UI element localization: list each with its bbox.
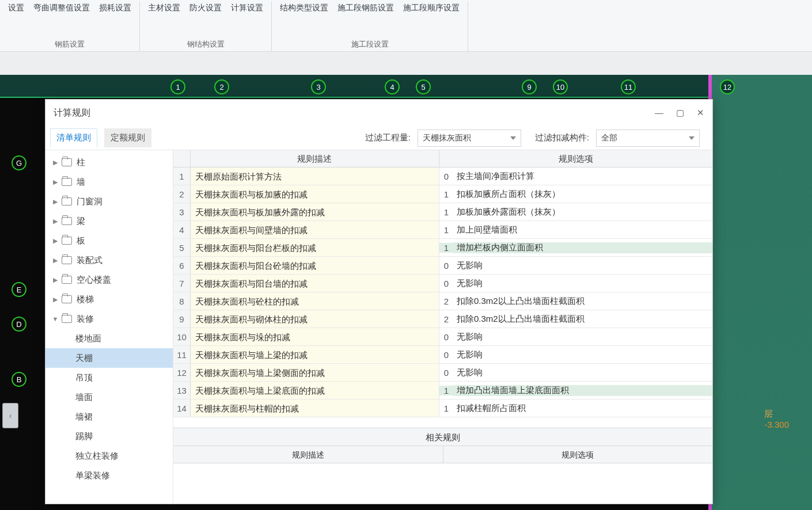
- tree-label: 楼梯: [77, 294, 94, 305]
- filter-quantity-select[interactable]: 天棚抹灰面积: [418, 130, 521, 147]
- rule-option-text: 扣减柱帽所占面积: [453, 403, 712, 414]
- rule-row[interactable]: 1天棚原始面积计算方法0按主墙间净面积计算: [173, 168, 712, 185]
- rule-description: 天棚抹灰面积与板加腋外露的扣减: [191, 203, 439, 220]
- folder-icon: [62, 315, 72, 323]
- filter-component-select[interactable]: 全部: [596, 130, 700, 147]
- grid-axis-letter: D: [12, 317, 26, 332]
- row-number: 7: [173, 275, 191, 292]
- row-number: 12: [173, 364, 191, 381]
- dialog-titlebar: 计算规则 ― ▢ ✕: [45, 100, 712, 126]
- rule-option-text: 扣除0.3m2以上凸出墙面柱截面积: [453, 314, 712, 325]
- minimize-button[interactable]: ―: [655, 108, 663, 118]
- tree-folder[interactable]: ▶空心楼盖: [45, 270, 173, 290]
- rule-row[interactable]: 6天棚抹灰面积与阳台砼墙的扣减0 无影响: [173, 257, 712, 275]
- tree-label: 梁: [77, 216, 85, 227]
- tree-leaf[interactable]: 独立柱装修: [45, 446, 173, 466]
- chevron-right-icon: ▶: [51, 159, 59, 166]
- tree-leaf[interactable]: 墙裙: [45, 407, 173, 427]
- tree-folder[interactable]: ▶楼梯: [45, 290, 173, 309]
- grid-axis-letter: G: [12, 155, 26, 170]
- rule-option-text: 无影响: [453, 349, 712, 360]
- folder-icon: [62, 237, 72, 245]
- row-number: 3: [173, 203, 191, 220]
- ribbon-button[interactable]: 损耗设置: [97, 1, 134, 15]
- tree-leaf[interactable]: 墙面: [45, 387, 173, 407]
- related-rules-body: [173, 463, 712, 504]
- rule-row[interactable]: 10天棚抹灰面积与垛的扣减0 无影响: [173, 328, 712, 346]
- ribbon-button[interactable]: 施工段钢筋设置: [335, 1, 396, 15]
- tree-folder[interactable]: ▶墙: [45, 172, 173, 192]
- folder-icon: [62, 178, 72, 186]
- rule-description: 天棚抹灰面积与砼柱的扣减: [191, 292, 439, 310]
- tree-label: 天棚: [75, 353, 93, 364]
- ribbon-group-caption: 钢筋设置: [55, 39, 85, 50]
- grid-axis-number: 4: [385, 79, 400, 94]
- row-number: 10: [173, 328, 191, 345]
- tree-leaf[interactable]: 楼地面: [45, 329, 173, 348]
- rule-row[interactable]: 13天棚抹灰面积与墙上梁底面的扣减1增加凸出墙面墙上梁底面面积: [173, 382, 712, 399]
- ribbon-button[interactable]: 防火设置: [187, 1, 224, 15]
- tree-folder[interactable]: ▶门窗洞: [45, 192, 173, 211]
- rule-description: 天棚抹灰面积与垛的扣减: [191, 328, 439, 345]
- rule-row[interactable]: 14天棚抹灰面积与柱帽的扣减1扣减柱帽所占面积: [173, 399, 712, 417]
- rules-grid-header: 规则描述 规则选项: [173, 150, 712, 168]
- dialog-title: 计算规则: [54, 107, 90, 119]
- rule-option-text: 无影响: [453, 278, 712, 289]
- rule-row[interactable]: 8天棚抹灰面积与砼柱的扣减2扣除0.3m2以上凸出墙面柱截面积: [173, 292, 712, 310]
- tree-folder[interactable]: ▶板: [45, 231, 173, 250]
- chevron-right-icon: ▶: [51, 198, 59, 205]
- rule-option-index: 0: [439, 261, 453, 271]
- grid-axis-number: 2: [214, 79, 229, 94]
- rule-row[interactable]: 12天棚抹灰面积与墙上梁侧面的扣减0 无影响: [173, 364, 712, 382]
- rule-row[interactable]: 5天棚抹灰面积与阳台栏板的扣减1增加栏板内侧立面面积: [173, 239, 712, 257]
- ribbon-button[interactable]: 设置: [6, 1, 26, 15]
- close-button[interactable]: ✕: [697, 108, 704, 118]
- rule-option-index: 0: [439, 332, 453, 342]
- tree-folder[interactable]: ▶梁: [45, 211, 173, 231]
- tab-quota-rules[interactable]: 定额规则: [104, 128, 151, 147]
- grid-axis-number: 9: [522, 79, 537, 94]
- rule-description: 天棚抹灰面积与墙上梁底面的扣减: [191, 382, 439, 399]
- rule-description: 天棚原始面积计算方法: [191, 168, 439, 185]
- tree-folder[interactable]: ▶柱: [45, 153, 173, 172]
- rules-grid-body[interactable]: 1天棚原始面积计算方法0按主墙间净面积计算2天棚抹灰面积与板加腋的扣减1扣板加腋…: [173, 168, 712, 428]
- rule-row[interactable]: 4天棚抹灰面积与间壁墙的扣减1加上间壁墙面积: [173, 221, 712, 239]
- tree-label: 楼地面: [75, 333, 101, 344]
- category-tree[interactable]: ▶柱▶墙▶门窗洞▶梁▶板▶装配式▶空心楼盖▶楼梯▼装修楼地面天棚吊顶墙面墙裙踢脚…: [45, 150, 173, 504]
- rule-row[interactable]: 9天棚抹灰面积与砌体柱的扣减2扣除0.3m2以上凸出墙面柱截面积: [173, 310, 712, 328]
- rule-option-text: 扣除0.3m2以上凸出墙面柱截面积: [453, 296, 712, 307]
- grid-axis-letter: E: [12, 282, 26, 297]
- ribbon-button[interactable]: 施工段顺序设置: [401, 1, 462, 15]
- tree-label: 独立柱装修: [75, 451, 119, 462]
- rule-row[interactable]: 2天棚抹灰面积与板加腋的扣减1扣板加腋所占面积（抹灰）: [173, 185, 712, 203]
- ribbon-group-caption: 施工段设置: [351, 39, 389, 50]
- chevron-down-icon: ▼: [51, 315, 59, 322]
- row-number: 4: [173, 221, 191, 238]
- chevron-right-icon: ▶: [51, 276, 59, 284]
- row-number: 6: [173, 257, 191, 274]
- rule-option-index: 0: [439, 279, 453, 288]
- tree-folder[interactable]: ▼装修: [45, 309, 173, 329]
- grid-axis-number: 1: [170, 79, 185, 94]
- rule-option-index: 1: [439, 207, 453, 217]
- tree-label: 墙裙: [75, 412, 93, 423]
- ribbon-button[interactable]: 结构类型设置: [278, 1, 331, 15]
- rule-row[interactable]: 3天棚抹灰面积与板加腋外露的扣减1加板加腋外露面积（抹灰）: [173, 203, 712, 221]
- maximize-button[interactable]: ▢: [676, 108, 684, 118]
- rule-option-text: 加板加腋外露面积（抹灰）: [453, 207, 712, 218]
- tree-leaf[interactable]: 单梁装修: [45, 466, 173, 485]
- collapse-panel-button[interactable]: ‹: [2, 403, 18, 428]
- tree-leaf[interactable]: 吊顶: [45, 368, 173, 387]
- ribbon-button[interactable]: 弯曲调整值设置: [31, 1, 92, 15]
- tree-leaf[interactable]: 踢脚: [45, 427, 173, 446]
- rule-row[interactable]: 11天棚抹灰面积与墙上梁的扣减0 无影响: [173, 346, 712, 364]
- ribbon-button[interactable]: 计算设置: [229, 1, 265, 15]
- rule-option-text: 无影响: [453, 367, 712, 378]
- tree-label: 墙面: [75, 392, 93, 403]
- tree-leaf[interactable]: 天棚: [45, 348, 173, 368]
- rule-row[interactable]: 7天棚抹灰面积与阳台墙的扣减0 无影响: [173, 275, 712, 292]
- ribbon-button[interactable]: 主材设置: [146, 1, 183, 15]
- tree-folder[interactable]: ▶装配式: [45, 250, 173, 270]
- rules-panel: 规则描述 规则选项 1天棚原始面积计算方法0按主墙间净面积计算2天棚抹灰面积与板…: [173, 150, 712, 504]
- tab-list-rules[interactable]: 清单规则: [50, 128, 97, 147]
